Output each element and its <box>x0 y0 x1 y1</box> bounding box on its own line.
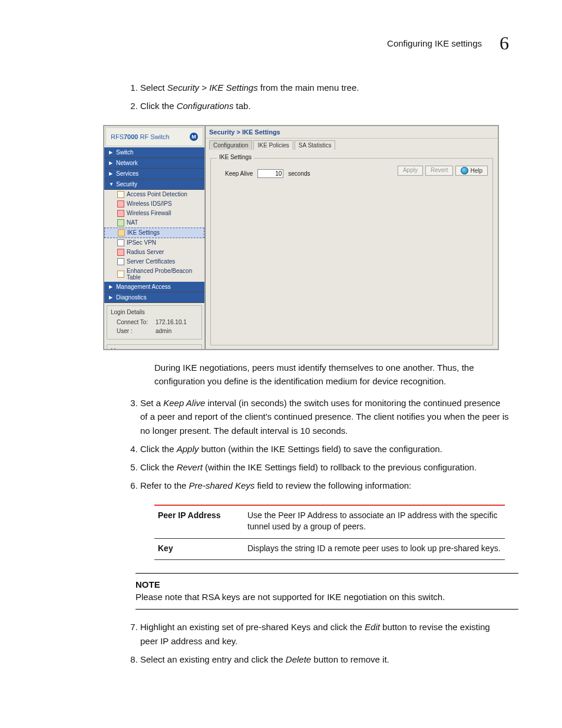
ike-settings-fieldset: IKE Settings Keep Alive seconds Apply Re… <box>210 158 493 345</box>
message-box: Message Save Logout Refresh <box>107 344 202 350</box>
tab-bar: Configuration IKE Policies SA Statistics <box>206 139 498 150</box>
sidebar-item-management-access[interactable]: ▶Management Access <box>104 282 204 292</box>
step-5: Click the Revert (within the IKE Setting… <box>140 460 509 474</box>
table-header-peer-ip: Peer IP Address <box>154 505 244 539</box>
sidebar-nav: ▶Switch ▶Network ▶Services ▼Security Acc… <box>104 147 204 303</box>
sidebar-item-access-point-detection[interactable]: Access Point Detection <box>104 190 204 199</box>
steps-list-1: Select Security > IKE Settings from the … <box>124 81 509 113</box>
steps-list-2: Set a Keep Alive interval (in seconds) t… <box>124 396 509 493</box>
sidebar-item-network[interactable]: ▶Network <box>104 158 204 169</box>
table-cell-peer-ip-desc: Use the Peer IP Address to associate an … <box>244 505 505 539</box>
sidebar-item-security[interactable]: ▼Security <box>104 179 204 190</box>
note-title: NOTE <box>135 578 518 591</box>
step-8: Select an existing entry and click the D… <box>140 653 509 666</box>
paragraph-negotiations: During IKE negotiations, peers must iden… <box>154 361 509 388</box>
app-screenshot: RFS7000 RF Switch M ▶Switch ▶Network ▶Se… <box>103 125 499 350</box>
fieldset-legend: IKE Settings <box>217 154 254 160</box>
preshared-keys-table: Peer IP Address Use the Peer IP Address … <box>154 505 505 561</box>
sidebar-item-nat[interactable]: NAT <box>104 218 204 228</box>
chevron-right-icon: ▶ <box>109 171 114 176</box>
sidebar-item-enhanced-probe-beacon[interactable]: Enhanced Probe/Beacon Table <box>104 266 204 282</box>
main-panel: Security > IKE Settings Configuration IK… <box>205 126 498 349</box>
step-3: Set a Keep Alive interval (in seconds) t… <box>140 396 509 437</box>
doc-icon <box>117 191 124 198</box>
header-title: Configuring IKE settings <box>387 38 482 48</box>
help-button[interactable]: Help <box>455 166 488 176</box>
motorola-logo-icon: M <box>190 133 198 141</box>
sidebar-item-wireless-firewall[interactable]: Wireless Firewall <box>104 209 204 218</box>
step-2: Click the Configurations tab. <box>140 99 509 113</box>
vpn-icon <box>117 239 124 246</box>
keep-alive-label: Keep Alive <box>225 170 253 177</box>
tab-sa-statistics[interactable]: SA Statistics <box>295 140 336 150</box>
lock-icon <box>118 229 125 236</box>
login-details-box: Login Details Connect To:172.16.10.1 Use… <box>107 305 202 340</box>
sidebar-item-ipsec-vpn[interactable]: IPSec VPN <box>104 238 204 248</box>
user-value: admin <box>156 328 171 334</box>
table-cell-key-desc: Displays the string ID a remote peer use… <box>244 538 505 560</box>
chevron-right-icon: ▶ <box>109 284 114 289</box>
tab-ike-policies[interactable]: IKE Policies <box>253 140 293 150</box>
revert-button[interactable]: Revert <box>425 166 453 176</box>
sidebar-item-radius-server[interactable]: Radius Server <box>104 248 204 257</box>
connect-to-value: 172.16.10.1 <box>156 319 187 325</box>
step-6: Refer to the Pre-shared Keys field to re… <box>140 479 509 492</box>
sidebar: RFS7000 RF Switch M ▶Switch ▶Network ▶Se… <box>104 126 205 349</box>
sidebar-item-diagnostics[interactable]: ▶Diagnostics <box>104 292 204 303</box>
table-header-key: Key <box>154 538 244 560</box>
chevron-right-icon: ▶ <box>109 160 114 166</box>
chevron-right-icon: ▶ <box>109 150 114 155</box>
breadcrumb: Security > IKE Settings <box>206 126 498 139</box>
note-block: NOTE Please note that RSA keys are not s… <box>135 573 518 610</box>
firewall-icon <box>117 210 124 217</box>
sidebar-item-switch[interactable]: ▶Switch <box>104 147 204 158</box>
keep-alive-unit: seconds <box>288 170 310 177</box>
note-body: Please note that RSA keys are not suppor… <box>135 592 445 602</box>
server-icon <box>117 249 124 256</box>
step-4: Click the Apply button (within the IKE S… <box>140 442 509 456</box>
sidebar-item-server-certificates[interactable]: Server Certificates <box>104 257 204 266</box>
keep-alive-input[interactable] <box>257 169 283 178</box>
table-icon <box>117 271 124 278</box>
sidebar-title: RFS7000 RF Switch M <box>105 127 203 146</box>
certificate-icon <box>117 258 124 265</box>
nat-icon <box>117 219 124 226</box>
header: Configuring IKE settings 6 <box>53 32 509 54</box>
tab-configuration[interactable]: Configuration <box>209 140 252 150</box>
chevron-right-icon: ▶ <box>109 295 114 300</box>
chapter-number: 6 <box>500 32 509 54</box>
help-icon <box>461 167 468 174</box>
sidebar-item-wireless-ids-ips[interactable]: Wireless IDS/IPS <box>104 199 204 209</box>
step-1: Select Security > IKE Settings from the … <box>140 81 509 94</box>
apply-button[interactable]: Apply <box>398 166 423 176</box>
steps-list-3: Highlight an existing set of pre-shared … <box>124 620 509 666</box>
chevron-down-icon: ▼ <box>109 182 114 187</box>
sidebar-item-services[interactable]: ▶Services <box>104 169 204 179</box>
step-7: Highlight an existing set of pre-shared … <box>140 620 509 648</box>
shield-icon <box>117 200 124 207</box>
sidebar-item-ike-settings[interactable]: IKE Settings <box>104 228 204 238</box>
